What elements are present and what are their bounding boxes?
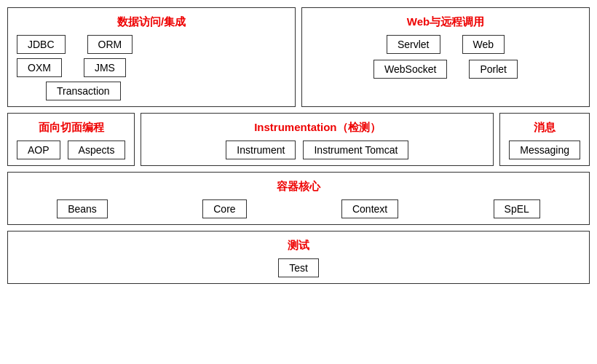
module-transaction: Transaction [46,82,121,100]
module-jms: JMS [84,58,126,77]
web-remote-row1: Servlet Web [311,35,580,54]
row2: 面向切面编程 AOP Aspects Instrumentation（检测） I… [7,113,590,166]
module-orm: ORM [87,35,133,54]
aop-section: 面向切面编程 AOP Aspects [7,113,135,166]
container-core-modules-wrapper: Beans Core Context SpEL [17,199,580,218]
module-porlet: Porlet [469,60,518,79]
data-access-section: 数据访问/集成 JDBC ORM OXM JMS Transaction [7,7,296,107]
test-title: 测试 [17,239,580,253]
data-access-modules: JDBC ORM OXM JMS Transaction [17,35,286,100]
data-access-row2: OXM JMS [17,58,286,77]
container-core-modules: Beans Core Context SpEL [17,199,580,218]
test-section: 测试 Test [7,231,590,284]
module-oxm: OXM [17,58,62,77]
messaging-section: 消息 Messaging [499,113,590,166]
module-core: Core [202,199,246,218]
aop-title: 面向切面编程 [17,121,125,135]
instrumentation-title: Instrumentation（检测） [150,121,484,135]
container-core-title: 容器核心 [17,180,580,194]
module-web: Web [462,35,505,54]
module-jdbc: JDBC [17,35,66,54]
module-beans: Beans [57,199,108,218]
module-websocket: WebSocket [373,60,447,79]
web-remote-row2: WebSocket Porlet [311,60,580,79]
container-core-section: 容器核心 Beans Core Context SpEL [7,172,590,225]
aop-modules: AOP Aspects [17,141,125,159]
messaging-modules: Messaging [509,141,580,159]
row1: 数据访问/集成 JDBC ORM OXM JMS Transaction Web… [7,7,590,107]
instrumentation-modules: Instrument Instrument Tomcat [150,141,484,159]
module-context: Context [341,199,398,218]
web-remote-title: Web与远程调用 [311,15,580,29]
web-remote-section: Web与远程调用 Servlet Web WebSocket Porlet [301,7,590,107]
data-access-row3: Transaction [17,82,286,100]
module-aop: AOP [17,141,60,159]
data-access-row1: JDBC ORM [17,35,286,54]
module-test: Test [278,258,319,277]
module-servlet: Servlet [387,35,440,54]
module-aspects: Aspects [68,141,126,159]
instrumentation-section: Instrumentation（检测） Instrument Instrumen… [141,113,494,166]
test-modules: Test [17,258,580,277]
module-instrument-tomcat: Instrument Tomcat [303,141,408,159]
messaging-title: 消息 [509,121,580,135]
web-remote-modules: Servlet Web WebSocket Porlet [311,35,580,79]
module-messaging: Messaging [509,141,580,159]
module-instrument: Instrument [226,141,296,159]
module-spel: SpEL [494,199,540,218]
data-access-title: 数据访问/集成 [17,15,286,29]
